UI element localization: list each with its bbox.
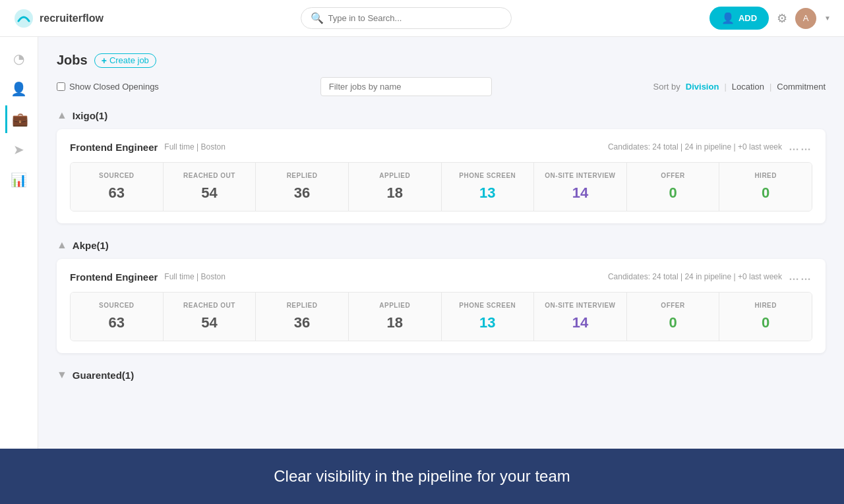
- stage-count-replied: 36: [262, 184, 342, 202]
- stage-label-sourced: SOURCED: [77, 302, 156, 309]
- sidebar: ◔ 👤 💼 ➤ 📊: [0, 37, 38, 504]
- stage-label-phone-screen: PHONE SCREEN: [448, 172, 528, 179]
- stage-label-reached-out: REACHED OUT: [170, 302, 249, 309]
- sidebar-item-reports[interactable]: 📊: [5, 166, 33, 194]
- stage-phone-screen: PHONE SCREEN 13: [442, 293, 535, 341]
- sidebar-item-send[interactable]: ➤: [5, 136, 33, 163]
- sort-commitment[interactable]: Commitment: [777, 82, 826, 92]
- groups-container: ▲ Ixigo(1) Frontend Engineer Full time |…: [57, 109, 826, 381]
- group-header-akpe[interactable]: ▲ Akpe(1): [57, 239, 826, 251]
- stage-label-replied: REPLIED: [262, 172, 342, 179]
- job-stats: Candidates: 24 total | 24 in pipeline | …: [608, 142, 782, 152]
- stage-count-hired: 0: [726, 314, 805, 331]
- stage-phone-screen: PHONE SCREEN 13: [442, 163, 535, 211]
- stage-count-offer: 0: [634, 314, 713, 331]
- group-name-guarented: Guarented(1): [73, 370, 134, 381]
- group-name-ixigo: Ixigo(1): [73, 110, 107, 121]
- more-options-icon[interactable]: ……: [789, 141, 812, 153]
- settings-button[interactable]: ⚙: [777, 11, 787, 26]
- stage-count-reached-out: 54: [170, 184, 249, 202]
- show-closed-checkbox[interactable]: [57, 82, 65, 91]
- stage-count-offer: 0: [634, 184, 713, 202]
- group-toggle-guarented[interactable]: ▼: [57, 369, 67, 381]
- stage-label-replied: REPLIED: [262, 302, 342, 309]
- group-akpe: ▲ Akpe(1) Frontend Engineer Full time | …: [57, 239, 826, 353]
- group-header-guarented[interactable]: ▼ Guarented(1): [57, 369, 826, 381]
- stage-count-sourced: 63: [77, 314, 156, 331]
- sort-location[interactable]: Location: [732, 82, 764, 92]
- job-meta: Full time | Boston: [164, 142, 225, 152]
- stage-count-phone-screen: 13: [448, 184, 528, 202]
- job-card-job2: Frontend Engineer Full time | Boston Can…: [57, 259, 826, 353]
- stage-count-sourced: 63: [77, 184, 156, 202]
- main-content: Jobs + Create job Show Closed Openings S…: [38, 37, 844, 504]
- stage-sourced: SOURCED 63: [71, 293, 164, 341]
- sort-section: Sort by Division | Location | Commitment: [653, 82, 826, 92]
- stage-count-applied: 18: [355, 314, 435, 331]
- stage-label-offer: OFFER: [634, 302, 713, 309]
- create-job-link[interactable]: + Create job: [94, 53, 156, 68]
- stage-label-on-site: ON-SITE INTERVIEW: [541, 172, 620, 179]
- sort-division[interactable]: Division: [686, 82, 719, 92]
- stage-count-replied: 36: [262, 314, 342, 331]
- stage-count-reached-out: 54: [170, 314, 249, 331]
- stage-reached-out: REACHED OUT 54: [164, 293, 256, 341]
- add-icon: 👤: [721, 12, 735, 24]
- stage-on-site: ON-SITE INTERVIEW 14: [534, 163, 627, 211]
- svg-point-0: [15, 9, 33, 28]
- job-stats: Candidates: 24 total | 24 in pipeline | …: [608, 272, 782, 281]
- show-closed-label[interactable]: Show Closed Openings: [57, 82, 159, 92]
- job-title: Frontend Engineer: [70, 271, 158, 283]
- pipeline-stages: SOURCED 63 REACHED OUT 54 REPLIED 36: [70, 292, 812, 341]
- filter-jobs-input[interactable]: [320, 77, 492, 96]
- stage-label-phone-screen: PHONE SCREEN: [448, 302, 528, 309]
- job-card-header: Frontend Engineer Full time | Boston Can…: [70, 271, 812, 283]
- group-name-akpe: Akpe(1): [73, 240, 109, 251]
- sidebar-item-jobs[interactable]: 💼: [5, 105, 33, 133]
- job-meta: Full time | Boston: [164, 272, 225, 281]
- job-title-section: Frontend Engineer Full time | Boston: [70, 142, 226, 153]
- chart-icon: 📊: [11, 172, 27, 188]
- user-menu-chevron[interactable]: ▼: [824, 14, 831, 22]
- top-navigation: recruiterflow 🔍 👤 ADD ⚙ A ▼: [0, 0, 844, 37]
- stage-count-applied: 18: [355, 184, 435, 202]
- stage-count-hired: 0: [726, 184, 805, 202]
- group-toggle-akpe[interactable]: ▲: [57, 239, 67, 251]
- plus-icon: +: [102, 55, 107, 66]
- search-icon: 🔍: [311, 12, 324, 24]
- stage-offer: OFFER 0: [627, 293, 720, 341]
- logo[interactable]: recruiterflow: [13, 8, 104, 29]
- stage-count-phone-screen: 13: [448, 314, 528, 331]
- search-input[interactable]: [328, 13, 502, 23]
- stage-hired: HIRED 0: [719, 163, 812, 211]
- stage-applied: APPLIED 18: [349, 293, 442, 341]
- sidebar-item-people[interactable]: 👤: [5, 75, 33, 103]
- more-options-icon[interactable]: ……: [789, 271, 812, 283]
- stage-count-on-site: 14: [541, 184, 620, 202]
- rss-icon: ◔: [13, 51, 24, 67]
- page-header: Jobs + Create job: [57, 53, 826, 68]
- stage-offer: OFFER 0: [627, 163, 720, 211]
- logo-text: recruiterflow: [40, 13, 104, 24]
- group-ixigo: ▲ Ixigo(1) Frontend Engineer Full time |…: [57, 109, 826, 223]
- stage-label-offer: OFFER: [634, 172, 713, 179]
- footer-banner: Clear visibility in the pipeline for you…: [0, 449, 844, 504]
- stage-label-hired: HIRED: [726, 302, 805, 309]
- stage-label-sourced: SOURCED: [77, 172, 156, 179]
- stage-label-on-site: ON-SITE INTERVIEW: [541, 302, 620, 309]
- add-button[interactable]: 👤 ADD: [709, 7, 769, 30]
- send-icon: ➤: [13, 142, 24, 157]
- job-title: Frontend Engineer: [70, 142, 158, 153]
- sidebar-item-feed[interactable]: ◔: [5, 45, 33, 72]
- stage-sourced: SOURCED 63: [71, 163, 164, 211]
- pipeline-stages: SOURCED 63 REACHED OUT 54 REPLIED 36: [70, 162, 812, 211]
- group-header-ixigo[interactable]: ▲ Ixigo(1): [57, 109, 826, 121]
- stage-replied: REPLIED 36: [256, 163, 349, 211]
- group-guarented: ▼ Guarented(1): [57, 369, 826, 381]
- stage-applied: APPLIED 18: [349, 163, 442, 211]
- group-toggle-ixigo[interactable]: ▲: [57, 109, 67, 121]
- stage-count-on-site: 14: [541, 314, 620, 331]
- avatar[interactable]: A: [795, 8, 816, 29]
- job-card-header: Frontend Engineer Full time | Boston Can…: [70, 141, 812, 153]
- stage-label-applied: APPLIED: [355, 302, 435, 309]
